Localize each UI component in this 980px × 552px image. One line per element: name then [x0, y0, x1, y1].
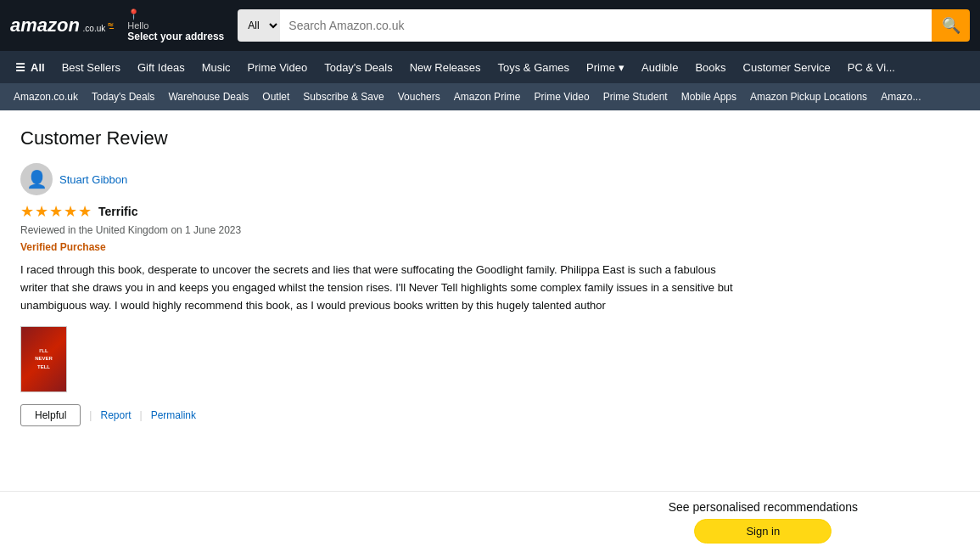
search-icon: 🔍: [942, 16, 960, 35]
book-cover-text: I'LL NEVER TELL: [35, 348, 53, 371]
nav-item-pc[interactable]: PC & Vi...: [839, 54, 904, 81]
page-title: Customer Review: [20, 127, 743, 149]
all-label: All: [31, 61, 45, 74]
verified-purchase-badge: Verified Purchase: [20, 241, 743, 253]
location-pin-icon: 📍: [127, 8, 224, 20]
nav-item-prime[interactable]: Prime ▾: [578, 54, 633, 81]
nav-item-primevideo[interactable]: Prime Video: [239, 54, 316, 81]
permalink-link[interactable]: Permalink: [151, 409, 196, 421]
prime-dropdown-icon: ▾: [619, 61, 624, 74]
star-1: ★: [20, 202, 34, 221]
nav-item-newreleases[interactable]: New Releases: [401, 54, 490, 81]
logo[interactable]: amazon .co.uk ≈̲: [10, 14, 114, 37]
sub-nav-mobileapps[interactable]: Mobile Apps: [675, 86, 743, 108]
separator-1: |: [89, 409, 92, 421]
star-5: ★: [78, 202, 92, 221]
logo-smile-icon: ≈̲: [105, 20, 114, 29]
address-selector[interactable]: 📍 Hello Select your address: [122, 5, 229, 46]
nav-item-bestsellers[interactable]: Best Sellers: [53, 54, 129, 81]
search-bar: All 🔍: [238, 9, 970, 42]
book-cover-thumbnail[interactable]: I'LL NEVER TELL: [20, 326, 67, 392]
star-2: ★: [35, 202, 48, 221]
logo-text: amazon: [10, 14, 80, 36]
nav-item-todaysdeals[interactable]: Today's Deals: [316, 54, 401, 81]
sub-nav-primevideo[interactable]: Prime Video: [527, 86, 596, 108]
star-rating: ★ ★ ★ ★ ★: [20, 202, 92, 221]
sub-nav-todaysdeals[interactable]: Today's Deals: [85, 86, 161, 108]
star-3: ★: [49, 202, 63, 221]
review-heading: Terrific: [98, 205, 137, 218]
address-text: Select your address: [127, 31, 224, 42]
nav-item-audible[interactable]: Audible: [633, 54, 686, 81]
sub-nav-amazonprime[interactable]: Amazon Prime: [447, 86, 528, 108]
search-category-select[interactable]: All: [238, 9, 280, 42]
sub-nav-pickup[interactable]: Amazon Pickup Locations: [743, 86, 874, 108]
sub-nav-primestudent[interactable]: Prime Student: [596, 86, 675, 108]
search-button[interactable]: 🔍: [932, 9, 970, 42]
action-row: Helpful | Report | Permalink: [20, 404, 743, 426]
sub-nav-warehouse[interactable]: Warehouse Deals: [161, 86, 255, 108]
review-meta: Reviewed in the United Kingdom on 1 June…: [20, 224, 743, 236]
nav-item-music[interactable]: Music: [193, 54, 239, 81]
hamburger-icon: ☰: [15, 61, 25, 74]
sub-nav-vouchers[interactable]: Vouchers: [391, 86, 447, 108]
logo-uk: .co.uk: [83, 24, 106, 33]
reviewer-row: 👤 Stuart Gibbon: [20, 163, 743, 195]
hello-label: Hello: [127, 20, 224, 31]
reviewer-name[interactable]: Stuart Gibbon: [59, 173, 127, 186]
nav-item-books[interactable]: Books: [686, 54, 734, 81]
report-link[interactable]: Report: [100, 409, 131, 421]
header-top: amazon .co.uk ≈̲ 📍 Hello Select your add…: [0, 0, 980, 51]
search-input[interactable]: [280, 9, 932, 42]
separator-2: |: [140, 409, 143, 421]
star-4: ★: [64, 202, 77, 221]
sub-nav-more[interactable]: Amazo...: [874, 86, 927, 108]
avatar-icon: 👤: [26, 169, 48, 189]
sub-nav-bar: Amazon.co.uk Today's Deals Warehouse Dea…: [0, 83, 980, 110]
nav-item-toys[interactable]: Toys & Games: [490, 54, 579, 81]
nav-item-customerservice[interactable]: Customer Service: [735, 54, 839, 81]
all-menu-button[interactable]: ☰ All: [7, 54, 53, 81]
sub-nav-outlet[interactable]: Outlet: [255, 86, 296, 108]
main-content: Customer Review 👤 Stuart Gibbon ★ ★ ★ ★ …: [0, 110, 764, 443]
avatar: 👤: [20, 163, 53, 195]
review-body: I raced through this book, desperate to …: [20, 262, 743, 314]
nav-bar: ☰ All Best Sellers Gift Ideas Music Prim…: [0, 51, 980, 83]
helpful-button[interactable]: Helpful: [20, 404, 81, 426]
sub-nav-amazon[interactable]: Amazon.co.uk: [7, 86, 85, 108]
stars-row: ★ ★ ★ ★ ★ Terrific: [20, 202, 743, 221]
sub-nav-subscribe[interactable]: Subscribe & Save: [296, 86, 390, 108]
nav-item-giftideas[interactable]: Gift Ideas: [129, 54, 193, 81]
